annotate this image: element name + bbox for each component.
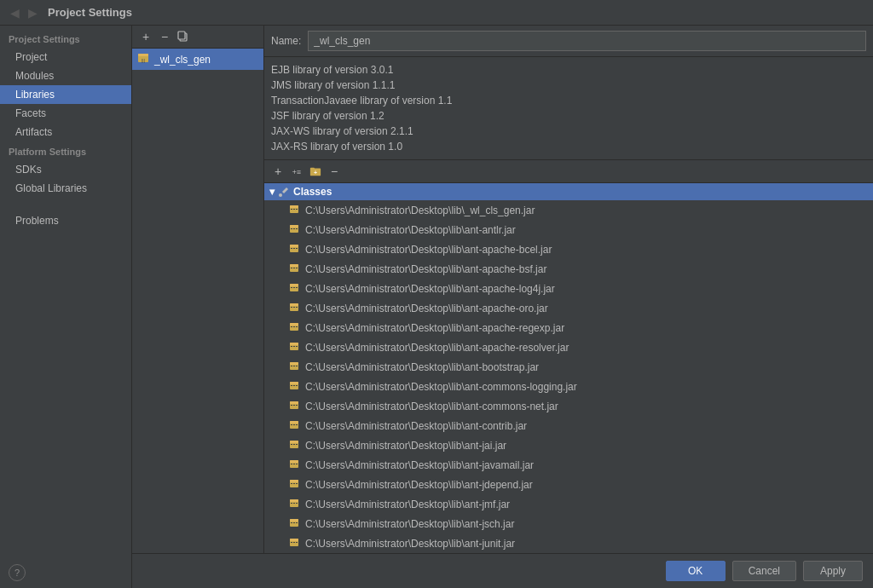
svg-rect-86 bbox=[293, 503, 295, 504]
add-class-button[interactable]: + bbox=[269, 163, 286, 180]
class-entry-path: C:\Users\Administrator\Desktop\lib\ant-c… bbox=[305, 381, 577, 393]
classes-list[interactable]: C:\Users\Administrator\Desktop\lib\_wl_c… bbox=[264, 200, 873, 553]
jar-icon bbox=[288, 516, 302, 532]
svg-rect-96 bbox=[293, 542, 295, 543]
library-entry[interactable]: ||| _wl_cls_gen bbox=[132, 49, 263, 70]
class-entry[interactable]: C:\Users\Administrator\Desktop\lib\ant-b… bbox=[264, 357, 873, 377]
class-entry[interactable]: C:\Users\Administrator\Desktop\lib\ant-j… bbox=[264, 435, 873, 455]
classes-section: + +≡ + − bbox=[264, 160, 873, 553]
class-entry[interactable]: C:\Users\Administrator\Desktop\lib\ant-c… bbox=[264, 416, 873, 435]
jar-icon bbox=[288, 300, 302, 316]
class-entry[interactable]: C:\Users\Administrator\Desktop\lib\ant-c… bbox=[264, 377, 873, 396]
remove-library-button[interactable]: − bbox=[156, 28, 173, 45]
class-entry[interactable]: C:\Users\Administrator\Desktop\lib\ant-j… bbox=[264, 455, 873, 475]
svg-rect-82 bbox=[296, 483, 298, 484]
class-entry[interactable]: C:\Users\Administrator\Desktop\lib\ant-a… bbox=[264, 239, 873, 259]
copy-library-button[interactable] bbox=[175, 28, 192, 45]
svg-text:|||: ||| bbox=[142, 58, 145, 63]
class-entry-path: C:\Users\Administrator\Desktop\lib\ant-a… bbox=[305, 303, 548, 314]
back-button[interactable]: ◀ bbox=[7, 4, 23, 21]
svg-rect-32 bbox=[296, 287, 298, 288]
info-item: JAX-WS library of version 2.1.1 bbox=[271, 124, 866, 139]
svg-rect-72 bbox=[296, 444, 298, 445]
svg-rect-70 bbox=[291, 444, 292, 445]
svg-rect-22 bbox=[296, 248, 298, 249]
name-label: Name: bbox=[271, 35, 301, 47]
svg-rect-42 bbox=[296, 326, 298, 327]
svg-rect-62 bbox=[296, 405, 298, 406]
svg-rect-75 bbox=[291, 464, 292, 464]
class-entry[interactable]: C:\Users\Administrator\Desktop\lib\ant-j… bbox=[264, 475, 873, 494]
add-library-button[interactable]: + bbox=[137, 28, 154, 45]
content-area: + − bbox=[132, 26, 873, 588]
class-entry[interactable]: C:\Users\Administrator\Desktop\lib\ant-j… bbox=[264, 494, 873, 514]
svg-rect-3 bbox=[138, 54, 148, 56]
info-item: JMS library of version 1.1.1 bbox=[271, 78, 866, 93]
class-entry[interactable]: C:\Users\Administrator\Desktop\lib\ant-a… bbox=[264, 337, 873, 357]
jar-icon bbox=[288, 437, 302, 453]
classes-toolbar: + +≡ + − bbox=[264, 160, 873, 183]
class-entry[interactable]: C:\Users\Administrator\Desktop\lib\ant-a… bbox=[264, 318, 873, 337]
apply-button[interactable]: Apply bbox=[803, 561, 863, 581]
svg-rect-80 bbox=[291, 483, 292, 484]
jar-icon bbox=[288, 261, 302, 277]
svg-rect-34 bbox=[290, 303, 298, 306]
svg-rect-56 bbox=[293, 385, 295, 386]
svg-rect-94 bbox=[290, 539, 298, 541]
class-entry[interactable]: C:\Users\Administrator\Desktop\lib\ant-a… bbox=[264, 220, 873, 239]
svg-rect-49 bbox=[290, 362, 298, 365]
class-entry[interactable]: C:\Users\Administrator\Desktop\lib\ant-j… bbox=[264, 514, 873, 533]
cancel-button[interactable]: Cancel bbox=[732, 561, 796, 581]
bottom-bar: OK Cancel Apply bbox=[132, 553, 873, 588]
wrench-icon bbox=[278, 186, 290, 198]
ok-button[interactable]: OK bbox=[666, 561, 726, 581]
svg-rect-84 bbox=[290, 499, 298, 502]
class-entry[interactable]: C:\Users\Administrator\Desktop\lib\_wl_c… bbox=[264, 200, 873, 220]
help-button[interactable]: ? bbox=[9, 564, 26, 581]
page-title: Project Settings bbox=[48, 6, 132, 19]
jar-icon bbox=[288, 496, 302, 512]
sidebar-item-problems[interactable]: Problems bbox=[0, 211, 131, 230]
svg-rect-51 bbox=[293, 366, 295, 366]
class-entry[interactable]: C:\Users\Administrator\Desktop\lib\ant-a… bbox=[264, 298, 873, 318]
svg-rect-45 bbox=[291, 346, 292, 347]
sidebar-item-global-libraries[interactable]: Global Libraries bbox=[0, 179, 131, 198]
class-entry-path: C:\Users\Administrator\Desktop\lib\ant-a… bbox=[305, 244, 552, 256]
sidebar: Project Settings Project Modules Librari… bbox=[0, 26, 132, 588]
jar-icon bbox=[288, 457, 302, 473]
class-entry-path: C:\Users\Administrator\Desktop\lib\ant-a… bbox=[305, 322, 564, 334]
svg-rect-10 bbox=[291, 209, 292, 210]
jar-icon bbox=[288, 339, 302, 355]
class-entry[interactable]: C:\Users\Administrator\Desktop\lib\ant-c… bbox=[264, 396, 873, 416]
add-folder-button[interactable]: + bbox=[307, 163, 324, 180]
svg-rect-27 bbox=[296, 268, 298, 268]
class-entry-path: C:\Users\Administrator\Desktop\lib\ant-c… bbox=[305, 401, 558, 412]
class-entry[interactable]: C:\Users\Administrator\Desktop\lib\ant-j… bbox=[264, 533, 873, 553]
svg-rect-54 bbox=[290, 382, 298, 384]
svg-rect-21 bbox=[293, 248, 295, 249]
library-name: _wl_cls_gen bbox=[154, 54, 211, 66]
sidebar-item-modules[interactable]: Modules bbox=[0, 66, 131, 85]
jar-icon bbox=[288, 202, 302, 218]
sidebar-item-sdks[interactable]: SDKs bbox=[0, 160, 131, 179]
remove-class-button[interactable]: − bbox=[326, 163, 343, 180]
name-row: Name: bbox=[264, 26, 873, 57]
name-input[interactable] bbox=[308, 31, 866, 51]
svg-rect-31 bbox=[293, 287, 295, 288]
forward-button[interactable]: ▶ bbox=[25, 4, 41, 21]
info-list: EJB library of version 3.0.1 JMS library… bbox=[264, 57, 873, 160]
sidebar-item-facets[interactable]: Facets bbox=[0, 104, 131, 123]
sidebar-item-libraries[interactable]: Libraries bbox=[0, 85, 131, 104]
sidebar-item-artifacts[interactable]: Artifacts bbox=[0, 123, 131, 141]
right-panel: Name: EJB library of version 3.0.1 JMS l… bbox=[264, 26, 873, 553]
add-class-special-button[interactable]: +≡ bbox=[288, 163, 305, 180]
jar-icon bbox=[288, 476, 302, 493]
svg-rect-26 bbox=[293, 268, 295, 268]
split-pane: + − bbox=[132, 26, 873, 553]
class-entry[interactable]: C:\Users\Administrator\Desktop\lib\ant-a… bbox=[264, 259, 873, 279]
sidebar-item-project[interactable]: Project bbox=[0, 48, 131, 66]
svg-rect-55 bbox=[291, 385, 292, 386]
class-entry-path: C:\Users\Administrator\Desktop\lib\ant-a… bbox=[305, 224, 516, 236]
class-entry[interactable]: C:\Users\Administrator\Desktop\lib\ant-a… bbox=[264, 279, 873, 298]
svg-rect-47 bbox=[296, 346, 298, 347]
